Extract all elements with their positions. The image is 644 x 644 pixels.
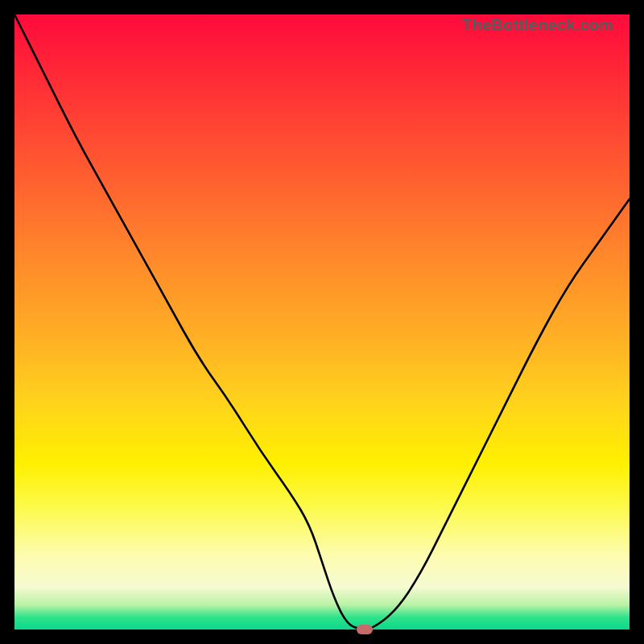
curve-path <box>14 14 630 630</box>
optimum-marker <box>357 625 373 634</box>
chart-frame: TheBottleneck.com <box>0 0 644 644</box>
plot-area: TheBottleneck.com <box>14 14 630 630</box>
bottleneck-curve <box>14 14 630 630</box>
